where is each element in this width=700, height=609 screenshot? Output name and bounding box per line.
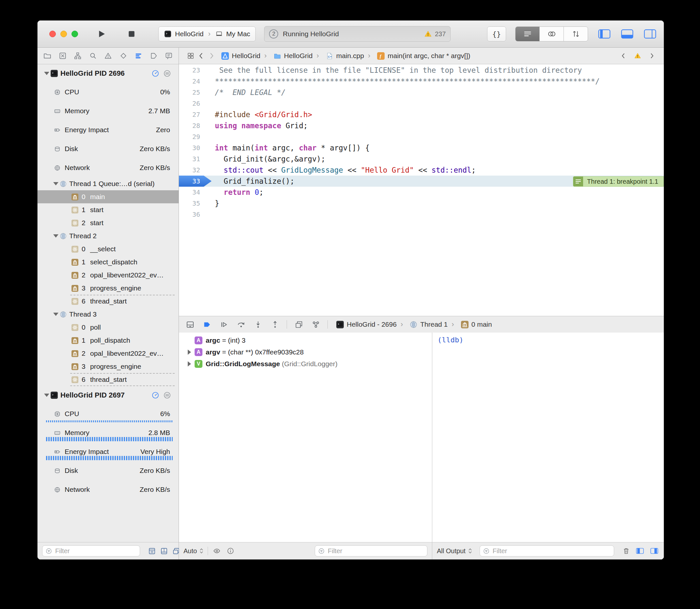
process-row[interactable]: HelloGrid PID 2696 [37,64,178,83]
variables-scope-popup[interactable]: Auto [184,547,204,555]
show-variables-view-toggle-icon[interactable] [635,546,645,556]
line-number[interactable]: 35 [179,198,203,209]
code-line[interactable]: 28 using namespace Grid; [179,120,664,131]
go-back-icon[interactable] [196,50,206,62]
stack-frame-row[interactable]: 6 thread_start [37,373,178,386]
line-number[interactable]: 36 [179,209,203,220]
run-button[interactable] [95,27,109,41]
variable-row[interactable]: A argc = (int) 3 [179,334,432,346]
show-console-view-toggle-icon[interactable] [649,546,659,556]
jumpbar-group-crumb[interactable]: HelloGrid [260,52,313,60]
step-into-icon[interactable] [253,319,263,330]
related-items-icon[interactable] [185,50,196,62]
console-output[interactable]: (lldb) [432,333,664,542]
source-editor[interactable]: 23 See the full license in the file "LIC… [179,64,664,316]
gauge-row[interactable]: Energy Impact Zero [37,120,178,139]
line-number[interactable]: 23 [179,65,203,76]
line-number[interactable]: 32 [179,164,203,176]
continue-execution-icon[interactable] [219,319,229,330]
stack-frame-row[interactable]: 6 thread_start [37,295,178,308]
disclosure-triangle-icon[interactable] [185,350,193,355]
line-number[interactable]: 25 [179,87,203,98]
breakpoints-toggle-icon[interactable] [202,319,212,330]
console-filter-input[interactable] [492,547,611,555]
code-line[interactable]: 33 Grid_finalize(); Thread 1: breakpoint… [179,176,664,187]
profile-gauge-button-icon[interactable] [152,392,159,399]
gauge-row[interactable]: Network Zero KB/s [37,480,178,499]
disclosure-triangle-icon[interactable] [185,361,193,366]
standard-editor-button[interactable] [515,27,540,41]
stack-frame-row[interactable]: 1 start [37,203,178,216]
toggle-navigator-panel-button[interactable] [597,27,612,41]
debug-thread-crumb[interactable]: Thread 1 [397,320,448,329]
toggle-debug-panel-button[interactable] [620,27,634,41]
view-options-button-icon[interactable] [164,70,171,77]
hide-debug-area-icon[interactable] [185,319,195,330]
variables-filter-field[interactable] [315,545,427,556]
issue-navigator-icon[interactable] [103,51,113,61]
zoom-window-button[interactable] [71,31,78,37]
jumpbar-file-crumb[interactable]: C+ main.cpp [312,52,364,60]
stack-frame-row[interactable]: 2 opal_libevent2022_ev… [37,268,178,282]
navigator-filter-input[interactable] [54,547,136,555]
thread-row[interactable]: Thread 3 [37,308,178,321]
clear-console-trash-icon[interactable] [621,546,631,556]
report-navigator-icon[interactable] [164,51,173,61]
stack-frame-row[interactable]: 3 progress_engine [37,282,178,295]
process-row[interactable]: HelloGrid PID 2697 [37,386,178,404]
step-over-icon[interactable] [236,319,246,330]
gauge-row[interactable]: CPU 0% [37,83,178,102]
project-navigator-icon[interactable] [43,51,52,61]
step-out-icon[interactable] [270,319,280,330]
console-output-popup[interactable]: All Output [437,547,473,555]
jumpbar-symbol-crumb[interactable]: f main(int argc, char * argv[]) [364,52,471,60]
stack-frame-row[interactable]: 2 start [37,216,178,229]
info-icon[interactable] [226,546,235,556]
debug-navigator-icon[interactable] [134,51,143,61]
quick-look-eye-icon[interactable] [212,546,222,556]
disclosure-triangle-icon[interactable] [52,234,60,238]
issue-warning-icon[interactable] [634,52,642,60]
profile-gauge-button-icon[interactable] [152,70,159,77]
source-control-navigator-icon[interactable] [58,51,67,61]
code-line[interactable]: 27 #include <Grid/Grid.h> [179,109,664,120]
gauge-row[interactable]: CPU 6% [37,404,178,423]
code-line[interactable]: 23 See the full license in the file "LIC… [179,65,664,76]
gauge-row[interactable]: Memory 2.7 MB [37,102,178,120]
console-filter-field[interactable] [480,545,614,556]
variable-row[interactable]: V Grid::GridLogMessage (Grid::GridLogger… [179,358,432,370]
view-options-button-icon[interactable] [164,392,171,399]
debug-memory-graph-icon[interactable] [310,319,321,330]
code-line[interactable]: 26 [179,98,664,109]
scheme-selector[interactable]: HelloGrid My Mac [158,27,256,41]
line-number[interactable]: 33 [179,176,211,187]
stack-frame-row[interactable]: 0 poll [37,321,178,334]
stack-frame-row[interactable]: 0 main [37,190,178,203]
stack-frame-row[interactable]: 3 progress_engine [37,360,178,373]
navigator-filter-field[interactable] [42,545,140,556]
minimize-window-button[interactable] [61,31,67,37]
gauge-row[interactable]: Network Zero KB/s [37,158,178,177]
gauge-row[interactable]: Disk Zero KB/s [37,461,178,480]
warning-icon[interactable] [424,30,432,38]
symbol-navigator-icon[interactable] [73,51,82,61]
code-line[interactable]: 31 Grid_init(&argc,&argv); [179,153,664,164]
debug-view-hierarchy-icon[interactable] [293,319,304,330]
variables-filter-input[interactable] [327,547,424,555]
line-number[interactable]: 26 [179,98,203,109]
code-line[interactable]: 34 return 0; [179,187,664,198]
line-number[interactable]: 27 [179,109,203,120]
assistant-editor-button[interactable] [540,27,564,41]
code-line[interactable]: 30 int main(int argc, char * argv[]) { [179,142,664,153]
disclosure-triangle-icon[interactable] [52,182,60,185]
warning-count[interactable]: 237 [435,30,446,38]
disclosure-triangle-icon[interactable] [52,313,60,316]
gauge-row[interactable]: Disk Zero KB/s [37,139,178,158]
line-number[interactable]: 31 [179,153,203,164]
activity-task-badge[interactable]: 2 [269,29,278,38]
find-navigator-icon[interactable] [88,51,98,61]
stack-frame-row[interactable]: 2 opal_libevent2022_ev… [37,347,178,360]
line-number[interactable]: 30 [179,142,203,153]
breakpoint-navigator-icon[interactable] [149,51,158,61]
go-forward-icon[interactable] [206,50,217,62]
